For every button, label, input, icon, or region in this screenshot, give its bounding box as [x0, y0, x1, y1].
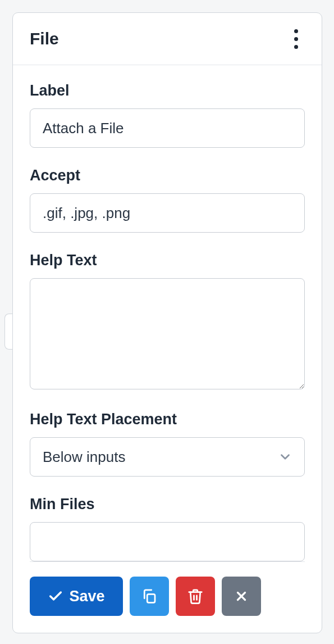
label-input[interactable]: [30, 108, 305, 148]
field-label-help-text: Help Text: [30, 252, 305, 269]
trash-icon: [187, 588, 204, 605]
field-label-accept: Accept: [30, 167, 305, 184]
field-group-accept: Accept: [30, 167, 305, 233]
save-button[interactable]: Save: [30, 577, 123, 616]
panel-footer: Save: [13, 562, 322, 633]
field-group-label: Label: [30, 82, 305, 148]
field-label-min-files: Min Files: [30, 496, 305, 513]
help-text-placement-select-wrap: Below inputs: [30, 437, 305, 477]
panel-title: File: [30, 29, 59, 48]
kebab-dot: [294, 29, 298, 33]
field-group-min-files: Min Files: [30, 496, 305, 561]
copy-button[interactable]: [130, 577, 169, 616]
kebab-dot: [294, 45, 298, 49]
copy-icon: [141, 588, 158, 605]
file-settings-panel: File Label Accept Help Text Help Text Pl…: [12, 12, 322, 633]
kebab-dot: [294, 37, 298, 41]
close-button[interactable]: [222, 577, 261, 616]
min-files-input[interactable]: [30, 522, 305, 561]
help-text-placement-select[interactable]: Below inputs: [30, 437, 305, 477]
help-text-input[interactable]: [30, 278, 305, 389]
delete-button[interactable]: [176, 577, 215, 616]
panel-body: Label Accept Help Text Help Text Placeme…: [13, 65, 322, 561]
check-icon: [48, 588, 63, 604]
field-group-help-text-placement: Help Text Placement Below inputs: [30, 411, 305, 477]
accept-input[interactable]: [30, 193, 305, 233]
close-icon: [234, 589, 249, 604]
field-label-label: Label: [30, 82, 305, 99]
save-button-label: Save: [69, 588, 104, 605]
field-group-help-text: Help Text: [30, 252, 305, 392]
panel-header: File: [13, 13, 322, 65]
more-options-button[interactable]: [287, 28, 305, 50]
field-label-help-text-placement: Help Text Placement: [30, 411, 305, 428]
svg-rect-0: [147, 594, 155, 602]
